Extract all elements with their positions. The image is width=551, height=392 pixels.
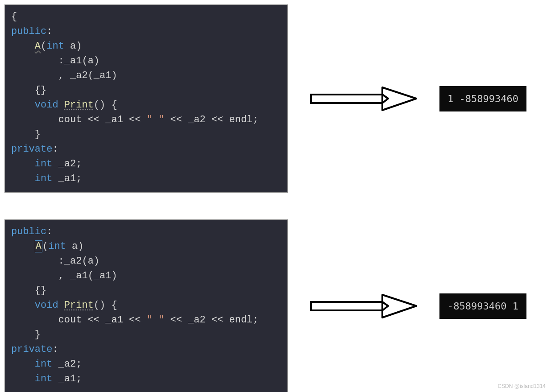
keyword-int: int [46, 41, 64, 52]
keyword-int: int [35, 373, 53, 384]
cout-post: << _a2 << endl; [164, 114, 258, 125]
keyword-int: int [35, 173, 53, 184]
brace-close: } [11, 329, 41, 340]
paren: ) [78, 241, 83, 252]
init-line: , _a1(_a1) [11, 270, 117, 281]
colon: : [52, 144, 58, 155]
svg-marker-3 [382, 295, 416, 318]
arrow-icon [310, 87, 417, 111]
constructor-name: A [35, 41, 41, 52]
param: a [66, 241, 78, 252]
svg-rect-0 [311, 95, 382, 103]
colon: : [46, 26, 52, 37]
paren: ( [42, 241, 48, 252]
cout-post: << _a2 << endl; [164, 314, 258, 326]
example-row-2: public: A(int a) :_a2(a) , _a1(_a1) {} v… [4, 219, 547, 392]
keyword-int: int [48, 241, 66, 252]
space [58, 99, 64, 111]
rest: () { [94, 300, 117, 311]
code-block-1: { public: A(int a) :_a1(a) , _a2(_a1) {}… [4, 4, 288, 193]
arrow-icon [310, 294, 417, 318]
brace: { [11, 11, 17, 22]
output-box-2: -858993460 1 [439, 293, 526, 319]
braces: {} [11, 85, 46, 96]
member: _a1; [52, 173, 82, 184]
output-box-1: 1 -858993460 [439, 86, 526, 111]
param: a [64, 41, 76, 52]
function-name: Print [64, 300, 94, 311]
space [58, 300, 64, 311]
keyword-public: public [11, 226, 46, 237]
watermark: CSDN @island1314 [497, 383, 546, 389]
init-line: :_a1(a) [11, 55, 99, 66]
string-literal: " " [147, 114, 165, 125]
keyword-public: public [11, 26, 46, 37]
keyword-void: void [35, 99, 58, 111]
paren: ( [41, 41, 46, 52]
braces: {} [11, 285, 46, 296]
keyword-private: private [11, 144, 52, 155]
member: _a2; [52, 158, 82, 169]
keyword-private: private [11, 344, 52, 355]
member: _a2; [52, 359, 82, 370]
keyword-void: void [35, 300, 58, 311]
init-line: , _a2(_a1) [11, 70, 117, 81]
cout-pre: cout << _a1 << [11, 314, 147, 326]
example-row-1: { public: A(int a) :_a1(a) , _a2(_a1) {}… [4, 4, 547, 193]
keyword-int: int [35, 359, 53, 370]
svg-marker-1 [382, 87, 416, 110]
colon: : [46, 226, 52, 237]
constructor-name: A [35, 240, 42, 252]
keyword-int: int [35, 158, 53, 169]
code-block-2: public: A(int a) :_a2(a) , _a1(_a1) {} v… [4, 219, 288, 392]
paren: ) [76, 41, 82, 52]
svg-rect-2 [311, 302, 382, 310]
colon: : [52, 344, 58, 355]
brace-close: } [11, 129, 41, 140]
member: _a1; [52, 373, 82, 384]
function-name: Print [64, 99, 94, 111]
init-line: :_a2(a) [11, 256, 99, 267]
rest: () { [94, 99, 117, 111]
cout-pre: cout << _a1 << [11, 114, 147, 125]
string-literal: " " [147, 314, 165, 326]
